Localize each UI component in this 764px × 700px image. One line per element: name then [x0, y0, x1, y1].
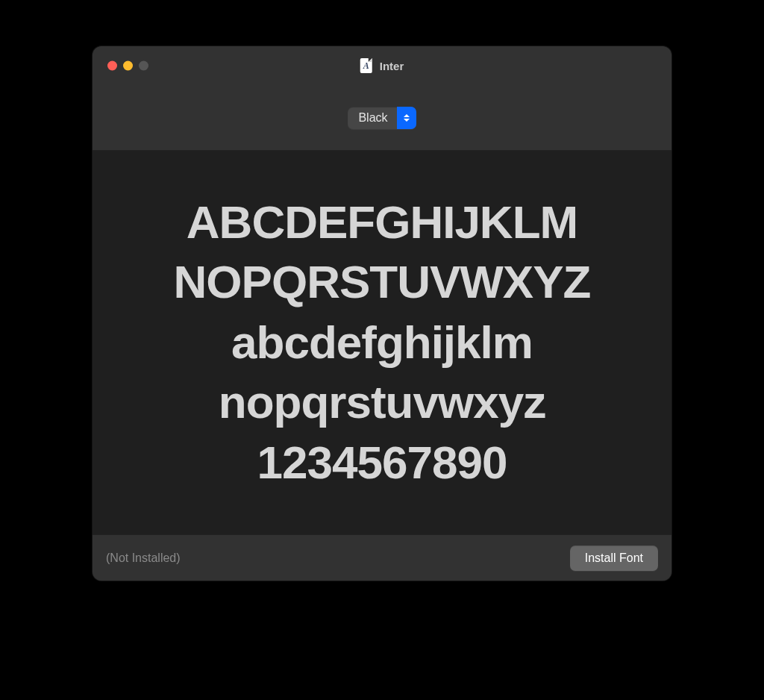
preview-line-lower-2: nopqrstuvwxyz: [219, 372, 545, 433]
font-preview-window: A Inter Black ABCDEFGHIJKLM NOPQRSTUVWXY…: [93, 46, 671, 581]
window-title: Inter: [380, 60, 404, 72]
footer: (Not Installed) Install Font: [93, 534, 671, 581]
font-weight-select[interactable]: Black: [348, 107, 416, 129]
preview-line-upper-2: NOPQRSTUVWXYZ: [174, 252, 591, 313]
preview-line-digits: 1234567890: [257, 433, 507, 493]
titlebar[interactable]: A Inter: [93, 46, 671, 85]
preview-line-upper-1: ABCDEFGHIJKLM: [187, 193, 577, 253]
install-status-label: (Not Installed): [106, 551, 181, 565]
font-preview-area: ABCDEFGHIJKLM NOPQRSTUVWXYZ abcdefghijkl…: [93, 151, 671, 534]
toolbar: Black: [93, 85, 671, 151]
minimize-button[interactable]: [123, 61, 133, 71]
zoom-button: [139, 61, 148, 71]
preview-line-lower-1: abcdefghijklm: [231, 313, 533, 373]
chevron-up-icon: [404, 114, 410, 117]
dropdown-stepper-icon: [397, 107, 416, 129]
chevron-down-icon: [404, 119, 410, 122]
font-file-icon: A: [360, 58, 372, 73]
title-group: A Inter: [360, 58, 404, 73]
install-font-button[interactable]: Install Font: [570, 546, 658, 571]
traffic-lights: [107, 61, 148, 71]
close-button[interactable]: [107, 61, 117, 71]
font-weight-label: Black: [348, 111, 396, 125]
